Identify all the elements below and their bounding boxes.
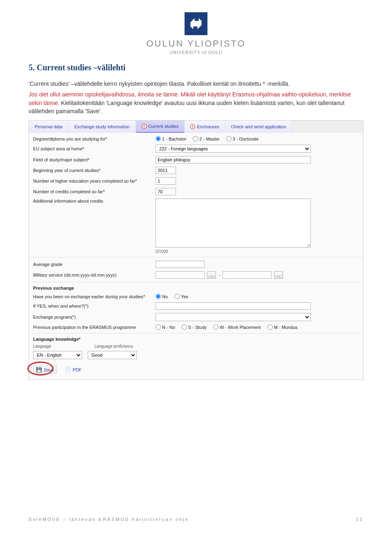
alert-icon: ! [142,124,147,129]
average-grade-input[interactable] [156,261,205,268]
column-language: Language [33,344,94,349]
radio-exchange-no[interactable]: No [156,294,168,299]
additional-info-textarea[interactable] [156,199,311,248]
save-icon: 💾 [36,367,42,373]
proficiency-select[interactable]: Good [88,351,137,359]
column-proficiency: Language proficiency [94,344,160,349]
intro-paragraph-2: Jos olet ollut aiemmin opiskelijavaihdos… [29,90,363,115]
previous-exchange-heading: Previous exchange [33,286,156,290]
label-credits: Number of credits completed so far* [33,189,156,194]
label-exchange-program: Exchange program(*) [33,315,156,320]
university-name-en: UNIVERSITY of OULU [29,50,363,55]
radio-erasmus-work[interactable]: W - Work Placement [213,324,261,330]
when-where-input[interactable] [156,302,311,310]
language-knowledge-heading: Language knowledge* [33,337,156,342]
form-screenshot: Personal data Exchange study information… [29,120,363,380]
tab-current-studies[interactable]: ! Current studies [136,121,185,133]
label-additional-info: Additional information about credits [33,199,156,203]
label-eu-subject: EU subject area at home* [33,146,156,151]
radio-erasmus-no[interactable]: N - No [156,324,175,330]
page-number: 12 [356,517,363,522]
tab-check-send[interactable]: Check and send application [225,121,292,133]
exchange-program-select[interactable] [156,313,311,321]
label-field: Field of study/major subject* [33,157,156,162]
label-degree: Degree/diploma you are studying for* [33,136,156,141]
label-begin-year: Beginning year of current studies* [33,168,156,173]
label-years-completed: Number of higher education years complet… [33,179,156,183]
university-name-fi: OULUN YLIOPISTO [29,38,363,49]
credits-input[interactable] [156,188,176,195]
university-logo: OULUN YLIOPISTO UNIVERSITY of OULU [29,12,363,55]
label-average-grade: Average grade [33,262,156,267]
label-military: Military service (dd.mm.yyyy-dd.mm.yyyy) [33,273,156,277]
begin-year-input[interactable] [156,167,176,174]
language-select[interactable]: EN - English [33,351,82,359]
footer-text: SoleMOVE – lähtevän ERASMUS-harjoittelij… [29,517,189,522]
radio-erasmus-mundus[interactable]: M - Mundus [267,324,298,330]
save-button[interactable]: 💾 Save [33,366,57,374]
tab-enclosures[interactable]: ! Enclosures [185,121,225,133]
radio-doctorate[interactable]: 3 - Doctorate [226,136,259,141]
military-end-input[interactable] [223,271,272,279]
radio-exchange-yes[interactable]: Yes [174,294,188,299]
label-erasmus: Previous participation in the ERASMUS pr… [33,325,156,330]
pdf-button[interactable]: 📄 PDF [62,366,84,373]
radio-erasmus-study[interactable]: S - Study [182,324,207,330]
field-input[interactable] [156,156,311,163]
label-when-where: If YES, when and where?(*) [33,304,156,308]
tab-exchange-info[interactable]: Exchange study information [69,121,136,133]
radio-bachelor[interactable]: 1 - Bachelor [156,136,186,141]
date-picker-icon[interactable]: ... [274,271,283,279]
military-start-input[interactable] [156,271,205,279]
tab-personal-data[interactable]: Personal data [29,121,69,133]
label-been-exchange: Have you been on exchange earlier during… [33,294,156,299]
tab-bar: Personal data Exchange study information… [29,121,363,133]
years-completed-input[interactable] [156,177,176,185]
intro-paragraph-1: 'Current studies' –välilehdelle kerro ny… [29,80,363,88]
date-separator: - [218,273,220,277]
radio-master[interactable]: 2 - Master [193,136,220,141]
pdf-icon: 📄 [65,367,71,373]
section-title: 5. Current studies –välilehti [29,63,363,72]
date-picker-icon[interactable]: ... [207,271,216,279]
degree-radio-group: 1 - Bachelor 2 - Master 3 - Doctorate [156,136,359,141]
eu-subject-select[interactable]: 222 - Foreign languages [156,145,311,153]
logo-square-icon [185,12,207,35]
page-footer: SoleMOVE – lähtevän ERASMUS-harjoittelij… [29,517,363,522]
alert-icon: ! [190,124,195,129]
char-counter: 0/1000 [156,249,363,255]
